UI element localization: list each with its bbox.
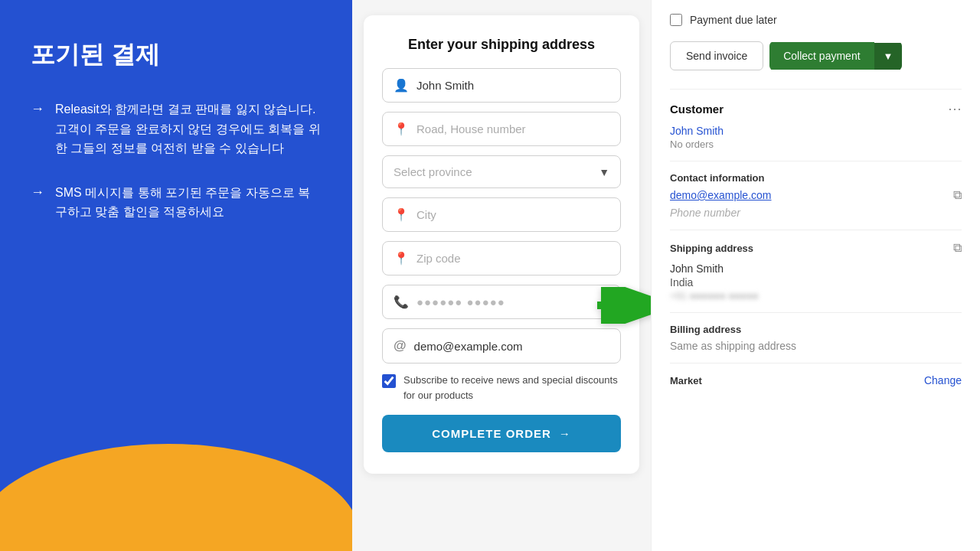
- shipping-section-title: Shipping address: [670, 243, 753, 254]
- divider-5: [670, 363, 962, 364]
- customer-section-title: Customer: [670, 103, 724, 116]
- collect-payment-chevron-icon: ▼: [884, 51, 893, 62]
- left-item-1: → Releasit와 함께라면 결코 판매를 잃지 않습니다. 고객이 주문을…: [31, 99, 322, 158]
- subscribe-checkbox[interactable]: [382, 374, 396, 388]
- green-arrow: [597, 287, 651, 324]
- email-row: demo@example.com ⧉: [670, 188, 962, 202]
- phone-input-wrap: 📞: [382, 285, 621, 319]
- email-input-wrap: @: [382, 328, 621, 364]
- market-section-title: Market: [670, 375, 702, 386]
- phone-input[interactable]: [416, 295, 609, 308]
- left-item-text-1: Releasit와 함께라면 결코 판매를 잃지 않습니다. 고객이 주문을 완…: [55, 99, 322, 158]
- left-item-2: → SMS 메시지를 통해 포기된 주문을 자동으로 복구하고 맞춤 할인을 적…: [31, 183, 322, 222]
- copy-email-icon[interactable]: ⧉: [953, 188, 962, 202]
- zip-input[interactable]: [416, 252, 609, 265]
- form-title: Enter your shipping address: [382, 37, 621, 53]
- location-icon-city: 📍: [394, 207, 409, 222]
- send-invoice-button[interactable]: Send invoice: [670, 41, 763, 70]
- road-input-wrap: 📍: [382, 112, 621, 146]
- action-buttons: Send invoice Collect payment ▼: [670, 41, 962, 70]
- shipping-name: John Smith: [670, 262, 962, 275]
- complete-order-label: COMPLETE ORDER: [432, 427, 551, 440]
- phone-row: Phone number: [670, 207, 962, 219]
- phone-icon: 📞: [394, 295, 409, 309]
- phone-placeholder-text: Phone number: [670, 207, 740, 219]
- zip-input-wrap: 📍: [382, 241, 621, 276]
- name-input-wrap: 👤: [382, 68, 621, 103]
- customer-more-icon[interactable]: ⋯: [948, 100, 962, 117]
- name-input[interactable]: [416, 79, 609, 92]
- location-icon-road: 📍: [394, 122, 409, 136]
- road-input[interactable]: [416, 122, 609, 135]
- collect-payment-label: Collect payment: [783, 50, 860, 62]
- no-orders-text: No orders: [670, 139, 962, 150]
- customer-name-link[interactable]: John Smith: [670, 125, 962, 137]
- divider-1: [670, 89, 962, 90]
- payment-due-checkbox[interactable]: [670, 14, 682, 26]
- collect-payment-chevron-btn[interactable]: ▼: [874, 43, 903, 70]
- market-change-link[interactable]: Change: [924, 374, 962, 386]
- market-row: Market Change: [670, 374, 962, 386]
- email-input[interactable]: [414, 340, 609, 353]
- location-icon-zip: 📍: [394, 251, 409, 266]
- person-icon: 👤: [394, 78, 409, 93]
- subscribe-row: Subscribe to receive news and special di…: [382, 373, 621, 403]
- province-select-wrap[interactable]: Select province ▼: [382, 155, 621, 188]
- collect-payment-main-btn[interactable]: Collect payment: [769, 42, 874, 70]
- divider-2: [670, 161, 962, 161]
- shipping-section-header: Shipping address ⧉: [670, 241, 962, 255]
- collect-payment-button[interactable]: Collect payment ▼: [769, 41, 902, 70]
- payment-due-row: Payment due later: [670, 14, 962, 26]
- arrow-icon-2: →: [31, 184, 44, 201]
- divider-3: [670, 230, 962, 230]
- left-panel: 포기된 결제 → Releasit와 함께라면 결코 판매를 잃지 않습니다. …: [0, 0, 352, 551]
- shipping-phone: +91 ●●●●●● ●●●●●: [670, 290, 962, 302]
- city-input-wrap: 📍: [382, 197, 621, 232]
- contact-section-title: Contact information: [670, 172, 962, 184]
- shipping-form: Enter your shipping address 👤 📍 Select p…: [364, 15, 639, 474]
- payment-due-label: Payment due later: [690, 14, 777, 26]
- province-select[interactable]: Select province: [394, 165, 599, 178]
- send-invoice-label: Send invoice: [686, 50, 747, 62]
- copy-shipping-icon[interactable]: ⧉: [953, 241, 962, 255]
- divider-4: [670, 312, 962, 313]
- shipping-country: India: [670, 276, 962, 289]
- customer-section-header: Customer ⋯: [670, 100, 962, 117]
- billing-same-text: Same as shipping address: [670, 340, 962, 352]
- subscribe-label: Subscribe to receive news and special di…: [403, 373, 621, 403]
- chevron-down-icon: ▼: [599, 166, 609, 178]
- email-link[interactable]: demo@example.com: [670, 189, 772, 201]
- city-input[interactable]: [416, 208, 609, 221]
- left-item-text-2: SMS 메시지를 통해 포기된 주문을 자동으로 복구하고 맞춤 할인을 적용하…: [55, 183, 322, 222]
- complete-order-button[interactable]: COMPLETE ORDER →: [382, 415, 621, 452]
- at-icon: @: [394, 338, 407, 354]
- right-panel: Payment due later Send invoice Collect p…: [651, 0, 980, 551]
- left-title: 포기된 결제: [31, 38, 322, 72]
- complete-order-arrow-icon: →: [559, 427, 571, 440]
- arrow-icon-1: →: [31, 101, 44, 117]
- billing-section-title: Billing address: [670, 324, 962, 335]
- center-panel: Enter your shipping address 👤 📍 Select p…: [352, 0, 651, 551]
